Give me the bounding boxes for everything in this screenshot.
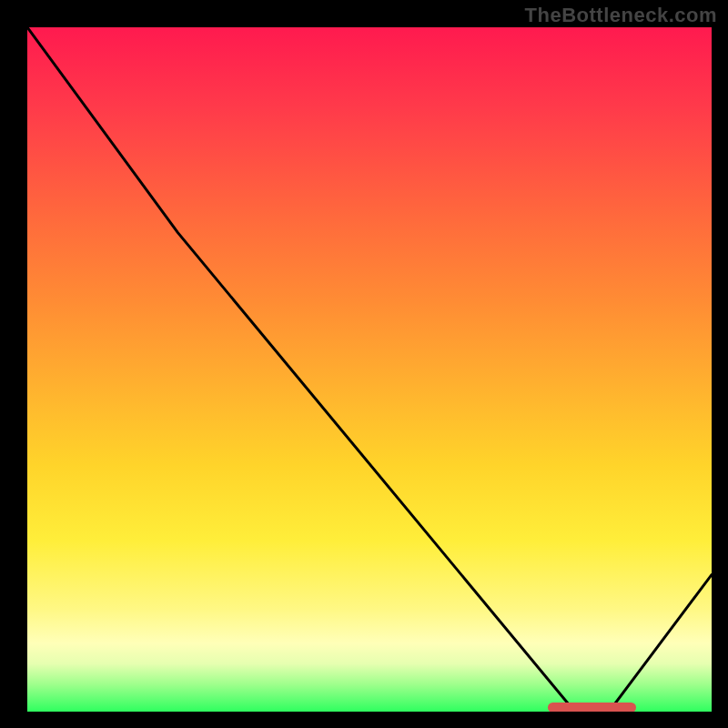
watermark-text: TheBottleneck.com [525,4,717,27]
line-chart-svg [27,27,712,712]
plot-area [27,27,712,712]
optimal-range-marker [548,703,637,712]
chart-container: TheBottleneck.com [0,0,728,728]
bottleneck-curve-line [27,27,712,712]
